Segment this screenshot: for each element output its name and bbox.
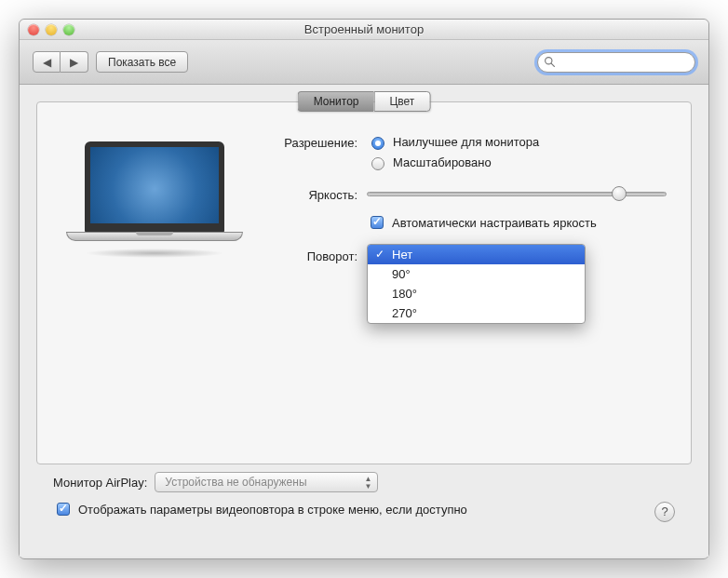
resolution-best-label: Наилучшее для монитора (393, 135, 539, 149)
laptop-screen-icon (85, 141, 224, 233)
pane: Разрешение: Наилучшее для монитора Масшт… (37, 102, 691, 288)
svg-line-1 (551, 63, 554, 66)
search-wrap (537, 52, 695, 73)
rotation-opt-180[interactable]: 180° (368, 284, 585, 303)
auto-brightness-label: Автоматически настраивать яркость (392, 216, 597, 230)
resolution-best[interactable]: Наилучшее для монитора (367, 134, 667, 150)
resolution-scaled[interactable]: Масштабировано (367, 155, 667, 170)
nav-seg: ◀ ▶ (33, 51, 88, 73)
rotation-dropdown[interactable]: Нет 90° 180° 270° (367, 244, 586, 324)
search-icon (544, 56, 556, 68)
titlebar: Встроенный монитор (20, 20, 708, 40)
mirror-check[interactable] (57, 503, 70, 516)
resolution-scaled-radio[interactable] (371, 157, 384, 170)
tab-color[interactable]: Цвет (373, 91, 430, 112)
rotation-opt-270[interactable]: 270° (368, 303, 585, 323)
chevron-updown-icon: ▲▼ (364, 476, 371, 491)
toolbar: ◀ ▶ Показать все (20, 40, 708, 85)
resolution-label: Разрешение: (272, 134, 367, 150)
monitor-thumbnail (61, 134, 248, 275)
laptop-base-icon (66, 232, 243, 241)
window-title: Встроенный монитор (20, 22, 708, 36)
resolution-best-radio[interactable] (371, 137, 384, 150)
brightness-thumb[interactable] (612, 186, 627, 201)
resolution-scaled-label: Масштабировано (393, 155, 492, 169)
rotation-opt-none[interactable]: Нет (368, 245, 585, 264)
auto-brightness[interactable]: Автоматически настраивать яркость (367, 213, 667, 232)
auto-brightness-check[interactable] (371, 216, 384, 229)
airplay-label: Монитор AirPlay: (53, 476, 147, 490)
forward-button[interactable]: ▶ (61, 51, 88, 73)
back-button[interactable]: ◀ (33, 51, 61, 73)
brightness-label: Яркость: (272, 186, 367, 202)
content: Монитор Цвет Разрешение: (20, 85, 708, 557)
mirror-option[interactable]: Отображать параметры видеоповтора в стро… (53, 500, 647, 518)
prefs-window: Встроенный монитор ◀ ▶ Показать все Мони… (19, 19, 709, 559)
search-input[interactable] (537, 52, 695, 73)
mirror-label: Отображать параметры видеоповтора в стро… (78, 503, 467, 517)
tabs: Монитор Цвет (298, 91, 431, 112)
settings-col: Разрешение: Наилучшее для монитора Масшт… (272, 134, 667, 275)
rotation-opt-90[interactable]: 90° (368, 264, 585, 284)
brightness-slider[interactable] (367, 192, 667, 196)
tab-display[interactable]: Монитор (298, 91, 374, 112)
show-all-button[interactable]: Показать все (96, 51, 188, 73)
rotation-label: Поворот: (272, 248, 367, 263)
content-box: Монитор Цвет Разрешение: (36, 101, 692, 464)
airplay-select[interactable]: Устройства не обнаружены ▲▼ (155, 472, 378, 492)
airplay-select-value: Устройства не обнаружены (165, 476, 306, 489)
footer: Монитор AirPlay: Устройства не обнаружен… (36, 464, 692, 544)
help-button[interactable]: ? (654, 502, 675, 522)
